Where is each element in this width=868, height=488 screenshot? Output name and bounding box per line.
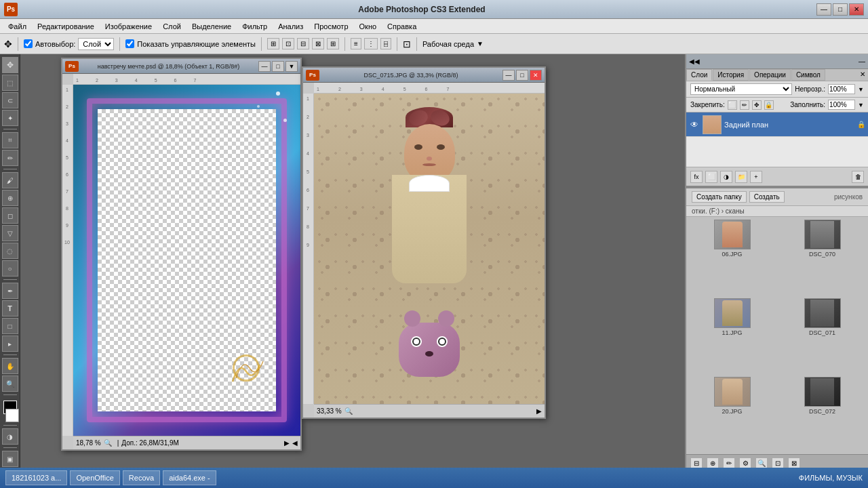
paint-bucket-tool[interactable]: ▽ bbox=[2, 225, 18, 241]
transform-btn-4[interactable]: ⊠ bbox=[312, 38, 324, 49]
layer-adj-btn[interactable]: ◑ bbox=[720, 171, 732, 183]
lock-position[interactable]: ✥ bbox=[752, 100, 762, 110]
doc2-maximize[interactable]: □ bbox=[516, 70, 528, 81]
thumb-item-0[interactable]: 06.JPG bbox=[689, 220, 775, 294]
menu-item-layer[interactable]: Слой bbox=[157, 21, 186, 32]
layer-item-0[interactable]: 👁 Задний план 🔒 bbox=[686, 113, 868, 137]
path-select-tool[interactable]: ▸ bbox=[2, 336, 18, 352]
taskbar-item-2[interactable]: Recova bbox=[123, 470, 160, 485]
doc2-canvas[interactable] bbox=[314, 94, 545, 404]
move-tool[interactable]: ✥ bbox=[2, 57, 18, 73]
align-btn-1[interactable]: ≡ bbox=[351, 38, 361, 49]
taskbar-item-0[interactable]: 182161023 a... bbox=[5, 470, 67, 485]
crop-tool[interactable]: ⌗ bbox=[2, 132, 18, 148]
create-btn[interactable]: Создать bbox=[749, 191, 785, 203]
menu-item-analysis[interactable]: Анализ bbox=[273, 21, 309, 32]
zoom-tool[interactable]: 🔍 bbox=[2, 375, 18, 392]
hand-tool[interactable]: ✋ bbox=[2, 358, 18, 374]
doc2-titlebar[interactable]: Ps DSC_0715.JPG @ 33,3% (RGB/8) — □ ✕ bbox=[303, 68, 545, 83]
thumb-item-5[interactable]: DSC_072 bbox=[779, 377, 865, 451]
menu-item-view[interactable]: Просмотр bbox=[309, 21, 353, 32]
fill-input[interactable] bbox=[828, 100, 855, 110]
align-btn-2[interactable]: ⋮ bbox=[364, 38, 378, 49]
eyedropper-tool[interactable]: ✏ bbox=[2, 150, 18, 166]
lock-all[interactable]: 🔒 bbox=[764, 100, 774, 110]
menu-item-help[interactable]: Справка bbox=[382, 21, 422, 32]
lock-paint[interactable]: ✏ bbox=[740, 100, 749, 110]
doc1-scroll-arrow[interactable]: ▶ bbox=[284, 439, 290, 447]
tab-symbol[interactable]: Символ bbox=[791, 69, 825, 81]
tab-operations[interactable]: Операции bbox=[749, 69, 791, 81]
align-btn-3[interactable]: ⌸ bbox=[380, 38, 391, 49]
brush-tool[interactable]: 🖌 bbox=[2, 172, 18, 188]
menu-item-select[interactable]: Выделение bbox=[186, 21, 237, 32]
thumb-item-4[interactable]: 20.JPG bbox=[689, 377, 775, 451]
opacity-dropdown[interactable]: ▼ bbox=[858, 86, 864, 93]
menu-item-image[interactable]: Изображение bbox=[100, 21, 157, 32]
doc1-minimize[interactable]: — bbox=[258, 61, 271, 72]
thumb-item-1[interactable]: DSC_070 bbox=[779, 220, 865, 294]
background-color[interactable] bbox=[5, 409, 19, 422]
menu-item-file[interactable]: Файл bbox=[3, 21, 32, 32]
right-panel: ◀◀ — Слои История Операции Символ ✕ Норм… bbox=[685, 54, 868, 472]
layer-group-btn[interactable]: 📁 bbox=[735, 171, 747, 183]
doc2-scroll-right[interactable]: ▶ bbox=[536, 407, 542, 415]
doc2-minimize[interactable]: — bbox=[502, 70, 515, 81]
text-tool[interactable]: T bbox=[2, 300, 18, 317]
layer-delete-btn[interactable]: 🗑 bbox=[852, 171, 864, 183]
thumb-item-2[interactable]: 11.JPG bbox=[689, 298, 775, 373]
window-title: Adobe Photoshop CS3 Extended bbox=[27, 5, 816, 14]
fill-dropdown[interactable]: ▼ bbox=[858, 102, 864, 108]
create-folder-btn[interactable]: Создать папку bbox=[692, 191, 747, 203]
tab-layers[interactable]: Слои bbox=[686, 69, 712, 81]
autovybor-checkbox[interactable] bbox=[24, 39, 33, 48]
blend-mode-select[interactable]: Нормальный bbox=[690, 83, 792, 95]
marquee-tool[interactable]: ⬚ bbox=[2, 75, 18, 91]
lasso-tool[interactable]: ⊂ bbox=[2, 92, 18, 108]
workspace-dropdown-icon[interactable]: ▼ bbox=[477, 40, 484, 47]
doc1-canvas[interactable] bbox=[73, 85, 300, 436]
show-controls-checkbox[interactable] bbox=[125, 39, 134, 48]
toolbar-sep5 bbox=[397, 37, 397, 51]
close-button[interactable]: ✕ bbox=[849, 3, 864, 16]
taskbar-item-1[interactable]: OpenOffice bbox=[70, 470, 119, 485]
clone-tool[interactable]: ⊕ bbox=[2, 190, 18, 206]
doc2-close[interactable]: ✕ bbox=[530, 70, 542, 81]
magic-wand-tool[interactable]: ✦ bbox=[2, 110, 18, 126]
move-tool-icon[interactable]: ✥ bbox=[4, 39, 12, 49]
screen-mode-toggle[interactable]: ▣ bbox=[2, 451, 18, 467]
opacity-input[interactable] bbox=[828, 84, 855, 94]
transform-btn-1[interactable]: ⊞ bbox=[267, 38, 279, 49]
taskbar-item-3[interactable]: aida64.exe - bbox=[163, 470, 216, 485]
panel-minimize[interactable]: — bbox=[859, 58, 865, 65]
minimize-button[interactable]: — bbox=[816, 3, 831, 16]
doc1-maximize[interactable]: □ bbox=[272, 61, 284, 72]
layer-new-btn[interactable]: + bbox=[750, 171, 762, 183]
shape-tool[interactable]: □ bbox=[2, 318, 18, 334]
lock-transparency[interactable]: ⬜ bbox=[728, 100, 737, 110]
dodge-tool[interactable]: ○ bbox=[2, 260, 18, 277]
panel-close-x[interactable]: ✕ bbox=[857, 69, 868, 81]
transform-btn-2[interactable]: ⊡ bbox=[282, 38, 294, 49]
quick-mask-toggle[interactable]: ◑ bbox=[2, 428, 18, 445]
layer-eye-0[interactable]: 👁 bbox=[689, 119, 700, 130]
doc1-scroll-left[interactable]: ◀ bbox=[292, 439, 298, 447]
transform-btn-3[interactable]: ⊟ bbox=[297, 38, 309, 49]
menu-item-window[interactable]: Окно bbox=[354, 21, 382, 32]
blur-tool[interactable]: ◌ bbox=[2, 243, 18, 259]
eraser-tool[interactable]: ◻ bbox=[2, 207, 18, 224]
pen-tool[interactable]: ✒ bbox=[2, 283, 18, 299]
panel-expand-left[interactable]: ◀◀ bbox=[689, 58, 700, 65]
maximize-button[interactable]: □ bbox=[833, 3, 848, 16]
transform-btn-5[interactable]: ⊞ bbox=[327, 38, 339, 49]
layer-mask-btn[interactable]: ⬜ bbox=[705, 171, 717, 183]
doc1-titlebar[interactable]: Ps навстречу мечте.psd @ 18,8% (Объект 1… bbox=[62, 59, 300, 74]
doc1-close[interactable]: ▼ bbox=[285, 61, 298, 72]
menu-item-filter[interactable]: Фильтр bbox=[237, 21, 273, 32]
extra-tool-icon[interactable]: ⊡ bbox=[403, 39, 411, 49]
menu-item-edit[interactable]: Редактирование bbox=[32, 21, 100, 32]
layer-fx-btn[interactable]: fx bbox=[690, 171, 703, 183]
thumb-item-3[interactable]: DSC_071 bbox=[779, 298, 865, 373]
tab-history[interactable]: История bbox=[713, 69, 749, 81]
autovybor-select[interactable]: Слой bbox=[78, 38, 114, 50]
